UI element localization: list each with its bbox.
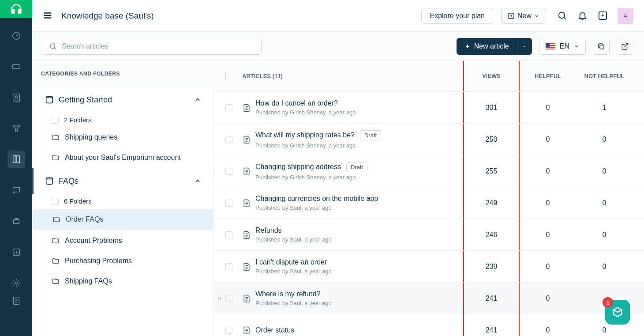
marketplace-fab[interactable]: 1 <box>605 300 630 325</box>
new-article-button[interactable]: New article <box>457 38 517 55</box>
language-label: EN <box>560 42 569 50</box>
search-icon[interactable] <box>557 11 567 21</box>
svg-point-14 <box>558 12 564 18</box>
folder-count-row: 6 Folders <box>32 194 213 208</box>
rail-social-icon[interactable] <box>7 120 25 137</box>
folder-order-faqs[interactable]: Order FAQs <box>33 209 213 230</box>
folder-account-problems[interactable]: Account Problems <box>32 230 213 251</box>
rail-reports-icon[interactable] <box>7 243 25 261</box>
article-meta: Published by Saul, a year ago <box>255 268 463 275</box>
brand-logo[interactable] <box>0 0 32 18</box>
select-all-checkbox[interactable] <box>225 72 226 80</box>
svg-point-20 <box>218 298 219 298</box>
svg-point-22 <box>218 299 219 300</box>
new-article-label: New article <box>474 42 509 50</box>
table-row[interactable]: Changing shipping address Draft Publishe… <box>214 155 644 187</box>
row-checkbox[interactable] <box>225 295 232 302</box>
drag-handle-icon[interactable] <box>217 295 223 302</box>
article-title: Refunds <box>255 227 282 234</box>
new-article-dropdown[interactable] <box>517 38 532 55</box>
hamburger-icon[interactable] <box>43 11 53 21</box>
rail-bot-icon[interactable] <box>7 212 25 230</box>
row-checkbox[interactable] <box>225 263 232 270</box>
article-icon <box>242 199 255 208</box>
folder-label: Purchasing Problems <box>65 257 132 265</box>
language-selector[interactable]: EN <box>539 38 586 55</box>
checkbox[interactable] <box>52 117 59 124</box>
views-value: 301 <box>463 92 520 123</box>
row-checkbox[interactable] <box>225 200 232 207</box>
article-meta: Published by Girish Shenoy, a year ago <box>255 109 463 116</box>
new-button[interactable]: New <box>501 8 546 24</box>
article-icon <box>242 294 255 303</box>
page-title: Knowledge base (Saul's) <box>61 11 154 21</box>
rail-tickets-icon[interactable] <box>7 58 25 76</box>
views-value: 239 <box>463 251 520 282</box>
not-helpful-value: 0 <box>576 167 633 175</box>
open-external-button[interactable] <box>617 38 633 55</box>
folder-count-row: 2 Folders <box>32 113 213 127</box>
row-checkbox[interactable] <box>225 231 232 238</box>
table-row[interactable]: Refunds Published by Saul, a year ago 24… <box>214 219 644 251</box>
folder-icon <box>52 133 60 141</box>
folder-label: Order FAQs <box>66 215 103 223</box>
explore-plan-button[interactable]: Explore your plan <box>421 8 493 24</box>
article-title: How do I cancel an order? <box>255 99 338 107</box>
rail-chat-icon[interactable] <box>7 181 25 199</box>
chevron-up-icon <box>194 177 201 185</box>
helpful-value: 0 <box>520 326 576 334</box>
folder-shipping-queries[interactable]: Shipping queries <box>32 127 213 147</box>
table-row[interactable]: Changing currencies on the mobile app Pu… <box>214 187 644 219</box>
copy-button[interactable] <box>593 38 610 55</box>
article-icon <box>242 326 255 335</box>
sparkle-icon[interactable] <box>597 11 608 21</box>
row-checkbox[interactable] <box>225 327 232 334</box>
row-checkbox[interactable] <box>225 104 232 111</box>
helpful-value: 0 <box>520 231 576 239</box>
table-row[interactable]: Where is my refund? Published by Saul, a… <box>214 283 644 314</box>
category-getting-started[interactable]: Getting Started <box>32 87 213 113</box>
views-value: 255 <box>463 155 520 187</box>
folder-icon <box>52 257 60 265</box>
folder-icon <box>52 277 60 285</box>
avatar[interactable]: A <box>618 8 633 24</box>
table-row[interactable]: I can't dispute an order Published by Sa… <box>214 251 644 283</box>
articles-table: ARTICLES (11) VIEWS HELPFUL NOT HELPFUL … <box>213 61 644 336</box>
rail-dashboard-icon[interactable] <box>7 27 25 45</box>
rail-knowledge-base-icon[interactable] <box>7 151 25 168</box>
checkbox[interactable] <box>52 198 59 205</box>
caret-down-icon <box>522 44 527 49</box>
col-articles: ARTICLES (11) <box>242 73 463 79</box>
table-row[interactable]: How do I cancel an order? Published by G… <box>214 92 644 124</box>
category-faqs[interactable]: FAQs <box>32 168 213 194</box>
table-row[interactable]: Order status 241 0 0 <box>214 314 644 336</box>
table-row[interactable]: What will my shipping rates be? Draft Pu… <box>214 124 644 155</box>
chevron-down-icon <box>534 13 539 19</box>
not-helpful-value: 1 <box>576 104 633 112</box>
folder-purchasing-problems[interactable]: Purchasing Problems <box>32 251 213 271</box>
row-checkbox[interactable] <box>225 168 232 175</box>
search-articles-input[interactable] <box>43 38 262 55</box>
svg-point-11 <box>15 282 18 284</box>
rail-contacts-icon[interactable] <box>7 89 25 106</box>
folder-label: Shipping FAQs <box>65 277 112 285</box>
category-icon <box>45 95 54 105</box>
article-meta: Published by Girish Shenoy, a year ago <box>255 142 463 149</box>
article-icon <box>242 167 255 176</box>
folder-count-label: 6 Folders <box>64 197 92 205</box>
search-input-icon <box>49 42 57 50</box>
folder-count-label: 2 Folders <box>64 116 92 124</box>
article-meta: Published by Saul, a year ago <box>255 300 463 306</box>
row-checkbox[interactable] <box>225 136 232 143</box>
svg-point-19 <box>220 296 221 297</box>
col-not-helpful: NOT HELPFUL <box>576 73 633 79</box>
article-icon <box>242 103 255 112</box>
folder-about-account[interactable]: About your Saul's Emporium account <box>32 147 213 168</box>
rail-notes-icon[interactable] <box>7 292 25 310</box>
notifications-icon[interactable] <box>577 11 588 21</box>
folder-shipping-faqs[interactable]: Shipping FAQs <box>32 271 213 291</box>
folder-icon <box>52 154 60 162</box>
rail-settings-icon[interactable] <box>7 274 25 292</box>
helpful-value: 0 <box>520 136 576 143</box>
article-meta: Published by Girish Shenoy, a year ago <box>255 174 463 181</box>
